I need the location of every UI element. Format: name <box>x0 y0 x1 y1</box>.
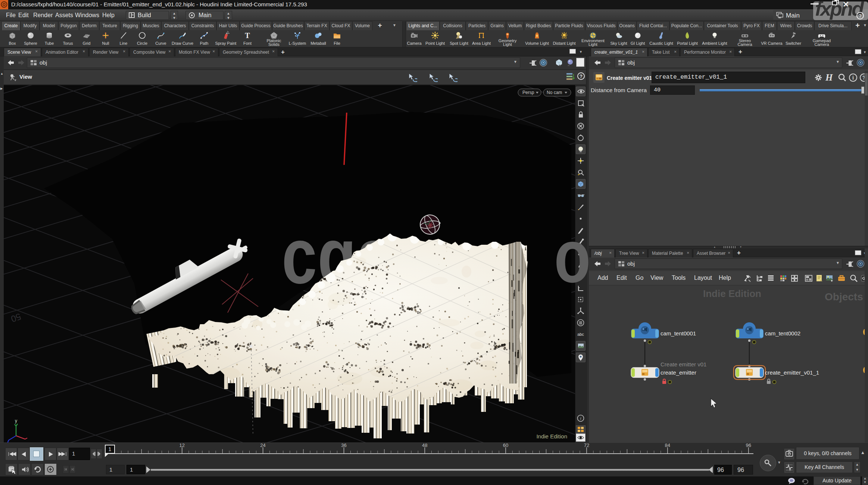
svg-text:36: 36 <box>341 442 346 448</box>
svg-text:create_emitter: create_emitter <box>661 369 696 376</box>
svg-text:Persp: Persp <box>522 90 534 95</box>
svg-text:y: y <box>15 418 17 423</box>
svg-text:?: ? <box>580 73 583 79</box>
svg-text:12: 12 <box>179 442 185 448</box>
svg-text:i: i <box>580 416 581 420</box>
svg-text:Create emitter v01: Create emitter v01 <box>661 361 706 367</box>
svg-text:Indie Edition: Indie Edition <box>536 433 567 439</box>
svg-text:cam_tent0001: cam_tent0001 <box>661 330 696 337</box>
svg-text:84: 84 <box>665 442 670 448</box>
svg-text:?: ? <box>859 13 862 19</box>
svg-text:60: 60 <box>503 442 508 448</box>
svg-text:create_emitter_v01_1: create_emitter_v01_1 <box>765 369 819 376</box>
svg-text:om: om <box>554 239 589 294</box>
svg-text:cam_tent0002: cam_tent0002 <box>765 330 800 337</box>
svg-text:24: 24 <box>260 442 265 448</box>
svg-text:48: 48 <box>422 442 427 448</box>
svg-text:72: 72 <box>584 442 589 448</box>
svg-text:No cam: No cam <box>547 90 562 95</box>
svg-text:abc: abc <box>577 332 584 337</box>
svg-text:96: 96 <box>746 442 751 448</box>
svg-text:i: i <box>852 75 854 81</box>
svg-text:T: T <box>245 31 250 40</box>
